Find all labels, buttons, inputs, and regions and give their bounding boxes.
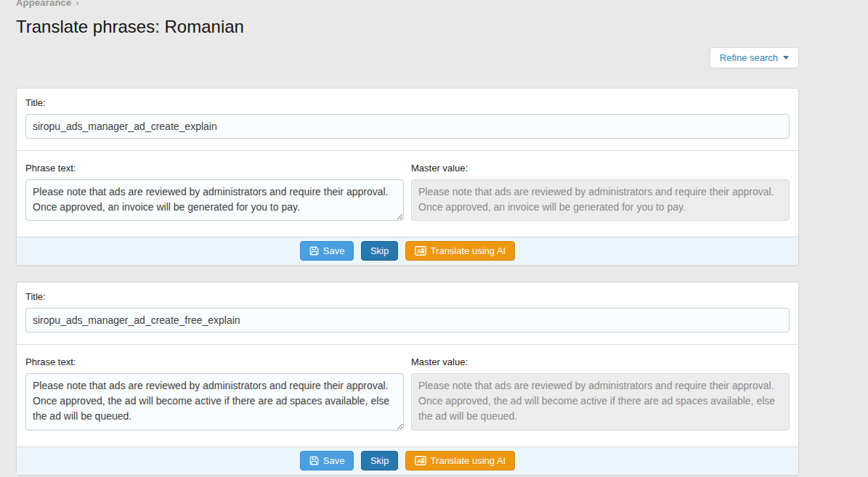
translate-ai-button[interactable]: A Translate using AI	[405, 241, 516, 261]
translate-ai-button-label: Translate using AI	[431, 245, 506, 256]
save-button-label: Save	[323, 245, 345, 256]
translate-ai-button-label: Translate using AI	[431, 455, 506, 466]
skip-button-label: Skip	[370, 245, 389, 256]
save-button[interactable]: Save	[300, 241, 354, 261]
save-button-label: Save	[323, 455, 345, 466]
refine-search-button[interactable]: Refine search	[710, 47, 799, 68]
breadcrumb: Appearance›	[16, 0, 799, 8]
action-bar: Save Skip A Translate using AI	[17, 447, 798, 475]
translate-icon: A	[415, 456, 426, 465]
save-floppy-icon	[309, 246, 319, 256]
master-value-label: Master value:	[411, 163, 790, 174]
master-value-textarea: Please note that ads are reviewed by adm…	[411, 373, 790, 431]
master-value-label: Master value:	[411, 356, 790, 367]
phrase-text-label: Phrase text:	[25, 163, 404, 174]
svg-text:A: A	[417, 248, 421, 255]
skip-button[interactable]: Skip	[361, 451, 398, 470]
phrase-title-input[interactable]	[25, 308, 790, 333]
save-floppy-icon	[309, 456, 319, 465]
phrase-title-input[interactable]	[25, 114, 790, 139]
breadcrumb-separator-icon: ›	[76, 0, 79, 8]
chevron-down-icon	[783, 56, 789, 60]
phrase-card-2: Title: Phrase text: Please note that ads…	[16, 282, 799, 476]
refine-search-label: Refine search	[720, 52, 778, 63]
translation-row: Phrase text: Please note that ads are re…	[17, 150, 798, 237]
phrase-text-textarea[interactable]: Please note that ads are reviewed by adm…	[25, 179, 404, 221]
translation-row: Phrase text: Please note that ads are re…	[17, 344, 798, 447]
title-row: Title:	[17, 89, 798, 150]
title-label: Title:	[25, 97, 790, 108]
phrase-text-column: Phrase text: Please note that ads are re…	[25, 163, 404, 224]
phrase-text-textarea[interactable]: Please note that ads are reviewed by adm…	[25, 373, 404, 431]
action-bar: Save Skip A Translate using AI	[17, 237, 798, 265]
svg-text:A: A	[417, 457, 421, 465]
master-value-column: Master value: Please note that ads are r…	[411, 356, 790, 433]
breadcrumb-item-appearance[interactable]: Appearance	[16, 0, 71, 8]
phrase-card-1: Title: Phrase text: Please note that ads…	[16, 88, 799, 266]
toolbar: Refine search	[16, 47, 799, 68]
skip-button[interactable]: Skip	[361, 241, 398, 261]
translate-ai-button[interactable]: A Translate using AI	[405, 451, 516, 470]
master-value-column: Master value: Please note that ads are r…	[411, 163, 790, 224]
title-row: Title:	[17, 282, 798, 344]
page-title: Translate phrases: Romanian	[16, 17, 799, 37]
page-content: Appearance› Translate phrases: Romanian …	[16, 0, 799, 476]
skip-button-label: Skip	[370, 455, 389, 466]
phrase-text-label: Phrase text:	[25, 356, 404, 367]
translate-icon: A	[415, 246, 426, 256]
save-button[interactable]: Save	[300, 451, 354, 470]
title-label: Title:	[25, 291, 790, 302]
phrase-text-column: Phrase text: Please note that ads are re…	[25, 356, 404, 433]
master-value-textarea: Please note that ads are reviewed by adm…	[411, 179, 790, 221]
